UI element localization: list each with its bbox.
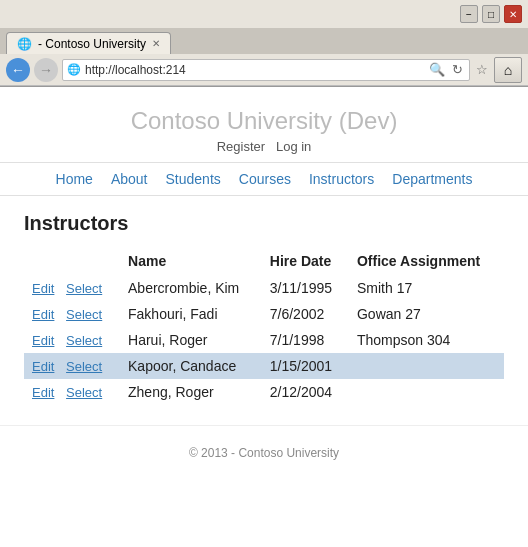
tab-label: - Contoso University xyxy=(38,37,146,51)
col-hire-date: Hire Date xyxy=(262,247,349,275)
table-body: Edit Select Abercrombie, Kim 3/11/1995 S… xyxy=(24,275,504,405)
address-bar-icons: 🔍 ↻ xyxy=(427,60,465,79)
row-hire-date: 7/1/1998 xyxy=(262,327,349,353)
instructors-table: Name Hire Date Office Assignment Edit Se… xyxy=(24,247,504,405)
row-name: Kapoor, Candace xyxy=(120,353,262,379)
edit-link[interactable]: Edit xyxy=(32,333,54,348)
row-hire-date: 3/11/1995 xyxy=(262,275,349,301)
row-hire-date: 1/15/2001 xyxy=(262,353,349,379)
col-office: Office Assignment xyxy=(349,247,504,275)
close-button[interactable]: ✕ xyxy=(504,5,522,23)
maximize-button[interactable]: □ xyxy=(482,5,500,23)
row-actions: Edit Select xyxy=(24,275,120,301)
forward-button[interactable]: → xyxy=(34,58,58,82)
row-office: Smith 17 xyxy=(349,275,504,301)
row-name: Fakhouri, Fadi xyxy=(120,301,262,327)
row-hire-date: 2/12/2004 xyxy=(262,379,349,405)
table-row: Edit Select Zheng, Roger 2/12/2004 xyxy=(24,379,504,405)
star-icon[interactable]: ☆ xyxy=(474,60,490,79)
row-office xyxy=(349,379,504,405)
search-icon[interactable]: 🔍 xyxy=(427,60,447,79)
minimize-button[interactable]: − xyxy=(460,5,478,23)
tab-bar: 🌐 - Contoso University ✕ xyxy=(0,28,528,54)
table-header: Name Hire Date Office Assignment xyxy=(24,247,504,275)
nav-about[interactable]: About xyxy=(111,171,148,187)
nav-students[interactable]: Students xyxy=(166,171,221,187)
browser-tab[interactable]: 🌐 - Contoso University ✕ xyxy=(6,32,171,54)
edit-link[interactable]: Edit xyxy=(32,385,54,400)
col-name: Name xyxy=(120,247,262,275)
table-row: Edit Select Fakhouri, Fadi 7/6/2002 Gowa… xyxy=(24,301,504,327)
table-row: Edit Select Harui, Roger 7/1/1998 Thomps… xyxy=(24,327,504,353)
edit-link[interactable]: Edit xyxy=(32,359,54,374)
register-link[interactable]: Register xyxy=(217,139,265,154)
refresh-icon[interactable]: ↻ xyxy=(450,60,465,79)
row-office: Gowan 27 xyxy=(349,301,504,327)
row-name: Abercrombie, Kim xyxy=(120,275,262,301)
select-link[interactable]: Select xyxy=(66,333,102,348)
page-heading: Instructors xyxy=(24,212,504,235)
row-actions: Edit Select xyxy=(24,379,120,405)
nav-home[interactable]: Home xyxy=(56,171,93,187)
row-office: Thompson 304 xyxy=(349,327,504,353)
nav-courses[interactable]: Courses xyxy=(239,171,291,187)
site-header: Contoso University (Dev) Register Log in xyxy=(0,87,528,162)
row-actions: Edit Select xyxy=(24,327,120,353)
edit-link[interactable]: Edit xyxy=(32,307,54,322)
select-link[interactable]: Select xyxy=(66,281,102,296)
select-link[interactable]: Select xyxy=(66,385,102,400)
browser-chrome: − □ ✕ 🌐 - Contoso University ✕ ← → 🌐 htt… xyxy=(0,0,528,87)
row-office xyxy=(349,353,504,379)
col-actions xyxy=(24,247,120,275)
address-bar[interactable]: 🌐 http://localhost:214 🔍 ↻ xyxy=(62,59,470,81)
back-button[interactable]: ← xyxy=(6,58,30,82)
nav-bar: ← → 🌐 http://localhost:214 🔍 ↻ ☆ ⌂ xyxy=(0,54,528,86)
title-bar-controls: − □ ✕ xyxy=(460,5,522,23)
select-link[interactable]: Select xyxy=(66,359,102,374)
title-bar: − □ ✕ xyxy=(0,0,528,28)
address-icon: 🌐 xyxy=(67,63,81,76)
site-footer: © 2013 - Contoso University xyxy=(0,425,528,480)
row-name: Zheng, Roger xyxy=(120,379,262,405)
row-actions: Edit Select xyxy=(24,301,120,327)
nav-instructors[interactable]: Instructors xyxy=(309,171,374,187)
row-name: Harui, Roger xyxy=(120,327,262,353)
tab-close-icon[interactable]: ✕ xyxy=(152,38,160,49)
table-row: Edit Select Abercrombie, Kim 3/11/1995 S… xyxy=(24,275,504,301)
row-actions: Edit Select xyxy=(24,353,120,379)
address-text: http://localhost:214 xyxy=(85,63,423,77)
row-hire-date: 7/6/2002 xyxy=(262,301,349,327)
login-link[interactable]: Log in xyxy=(276,139,311,154)
site-nav: Home About Students Courses Instructors … xyxy=(0,162,528,196)
edit-link[interactable]: Edit xyxy=(32,281,54,296)
nav-departments[interactable]: Departments xyxy=(392,171,472,187)
site-auth: Register Log in xyxy=(0,139,528,154)
page-content: Contoso University (Dev) Register Log in… xyxy=(0,87,528,537)
footer-text: © 2013 - Contoso University xyxy=(189,446,339,460)
home-button[interactable]: ⌂ xyxy=(494,57,522,83)
table-row: Edit Select Kapoor, Candace 1/15/2001 xyxy=(24,353,504,379)
select-link[interactable]: Select xyxy=(66,307,102,322)
main-content: Instructors Name Hire Date Office Assign… xyxy=(0,212,528,405)
site-title: Contoso University (Dev) xyxy=(0,107,528,135)
tab-favicon: 🌐 xyxy=(17,37,32,51)
